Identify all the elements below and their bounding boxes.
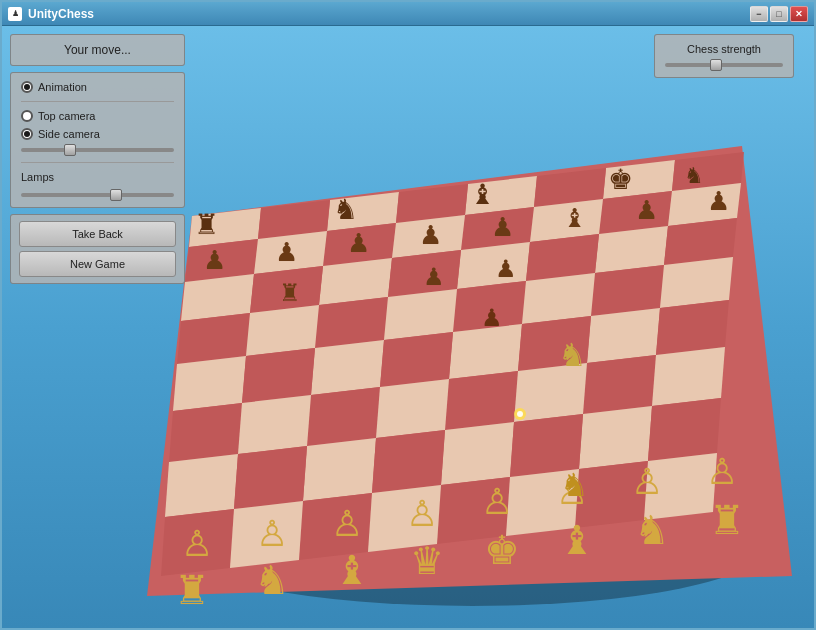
svg-text:♙: ♙	[331, 504, 363, 544]
left-panel: Your move... Animation Top camera	[10, 34, 185, 284]
svg-marker-41	[656, 300, 729, 355]
svg-marker-49	[652, 347, 725, 406]
svg-text:♜: ♜	[709, 498, 745, 543]
side-camera-option[interactable]: Side camera	[21, 128, 174, 140]
svg-text:♟: ♟	[635, 196, 658, 225]
your-move-label: Your move...	[64, 43, 131, 57]
svg-text:♝: ♝	[334, 548, 370, 593]
svg-marker-32	[522, 273, 595, 324]
divider1	[21, 101, 174, 102]
svg-text:♝: ♝	[563, 204, 586, 233]
svg-text:♜: ♜	[194, 209, 219, 240]
svg-text:♙: ♙	[631, 462, 663, 502]
svg-marker-33	[660, 257, 733, 308]
svg-marker-44	[445, 371, 518, 430]
svg-marker-45	[583, 355, 656, 414]
main-content: ♜ ♞ ♝ ♚ ♞ ♟ ♟ ♟ ♟ ♟ ♝ ♟ ♟ ♜ ♟ ♟ ♟	[2, 26, 814, 628]
window-controls: − □ ✕	[750, 6, 808, 22]
app-icon: ♟	[8, 7, 22, 21]
lamps-slider-track[interactable]	[21, 193, 174, 197]
svg-marker-43	[307, 387, 380, 446]
svg-text:♟: ♟	[347, 229, 370, 258]
animation-option[interactable]: Animation	[21, 81, 174, 93]
svg-text:♙: ♙	[706, 452, 738, 492]
animation-radio[interactable]	[21, 81, 33, 93]
svg-text:♙: ♙	[481, 482, 513, 522]
take-back-button[interactable]: Take Back	[19, 221, 176, 247]
svg-point-101	[517, 411, 523, 417]
svg-marker-29	[591, 265, 664, 316]
svg-marker-36	[449, 324, 522, 379]
lamps-slider-container	[21, 191, 174, 199]
svg-marker-53	[579, 406, 652, 469]
svg-marker-38	[242, 348, 315, 403]
strength-slider-track[interactable]	[665, 63, 783, 67]
svg-marker-47	[376, 379, 449, 438]
svg-text:♙: ♙	[256, 514, 288, 554]
top-camera-radio[interactable]	[21, 110, 33, 122]
close-button[interactable]: ✕	[790, 6, 808, 22]
svg-text:♟: ♟	[275, 238, 298, 267]
svg-marker-26	[177, 313, 250, 364]
new-game-button[interactable]: New Game	[19, 251, 176, 277]
svg-text:♚: ♚	[484, 528, 520, 573]
camera-slider-container	[21, 146, 174, 154]
svg-text:♞: ♞	[254, 558, 290, 603]
side-camera-label: Side camera	[38, 128, 100, 140]
buttons-box: Take Back New Game	[10, 214, 185, 284]
svg-text:♚: ♚	[608, 164, 633, 195]
svg-text:♞: ♞	[684, 163, 704, 188]
svg-text:♜: ♜	[174, 568, 210, 613]
side-camera-radio[interactable]	[21, 128, 33, 140]
svg-text:♞: ♞	[333, 194, 358, 225]
title-bar: ♟ UnityChess − □ ✕	[2, 2, 814, 26]
svg-marker-37	[587, 308, 660, 363]
svg-text:♟: ♟	[481, 305, 503, 331]
svg-text:♜: ♜	[279, 280, 301, 306]
svg-text:♟: ♟	[203, 246, 226, 275]
svg-text:♟: ♟	[707, 187, 730, 216]
top-camera-label: Top camera	[38, 110, 95, 122]
strength-box: Chess strength	[654, 34, 794, 78]
camera-slider-track[interactable]	[21, 148, 174, 152]
svg-text:♝: ♝	[470, 179, 495, 210]
svg-text:♛: ♛	[410, 540, 444, 582]
minimize-button[interactable]: −	[750, 6, 768, 22]
svg-marker-30	[246, 305, 319, 356]
svg-text:♟: ♟	[495, 256, 517, 282]
animation-label: Animation	[38, 81, 87, 93]
camera-slider-thumb[interactable]	[64, 144, 76, 156]
top-camera-option[interactable]: Top camera	[21, 110, 174, 122]
chess-board-svg: ♜ ♞ ♝ ♚ ♞ ♟ ♟ ♟ ♟ ♟ ♝ ♟ ♟ ♜ ♟ ♟ ♟	[142, 56, 792, 628]
svg-text:♟: ♟	[419, 221, 442, 250]
strength-panel: Chess strength	[654, 34, 794, 78]
svg-marker-55	[372, 430, 445, 493]
window-title: UnityChess	[28, 7, 750, 21]
svg-marker-27	[315, 297, 388, 348]
svg-text:♟: ♟	[491, 213, 514, 242]
svg-text:♞: ♞	[560, 467, 589, 503]
maximize-button[interactable]: □	[770, 6, 788, 22]
svg-marker-46	[238, 395, 311, 454]
svg-marker-39	[380, 332, 453, 387]
your-move-box: Your move...	[10, 34, 185, 66]
svg-marker-54	[234, 446, 307, 509]
svg-marker-35	[311, 340, 384, 395]
svg-text:♞: ♞	[558, 337, 587, 373]
lamps-slider-thumb[interactable]	[110, 189, 122, 201]
strength-slider-container	[665, 61, 783, 69]
svg-text:♝: ♝	[559, 518, 595, 563]
strength-title: Chess strength	[665, 43, 783, 55]
svg-marker-42	[169, 403, 242, 462]
divider2	[21, 162, 174, 163]
svg-text:♟: ♟	[423, 264, 445, 290]
svg-marker-50	[165, 454, 238, 517]
svg-marker-51	[303, 438, 376, 501]
lamps-label: Lamps	[21, 171, 174, 183]
svg-marker-52	[441, 422, 514, 485]
chess-board-container[interactable]: ♜ ♞ ♝ ♚ ♞ ♟ ♟ ♟ ♟ ♟ ♝ ♟ ♟ ♜ ♟ ♟ ♟	[142, 56, 792, 628]
svg-text:♙: ♙	[406, 494, 438, 534]
strength-slider-thumb[interactable]	[710, 59, 722, 71]
options-box: Animation Top camera Side camera	[10, 72, 185, 208]
svg-text:♞: ♞	[634, 508, 670, 553]
